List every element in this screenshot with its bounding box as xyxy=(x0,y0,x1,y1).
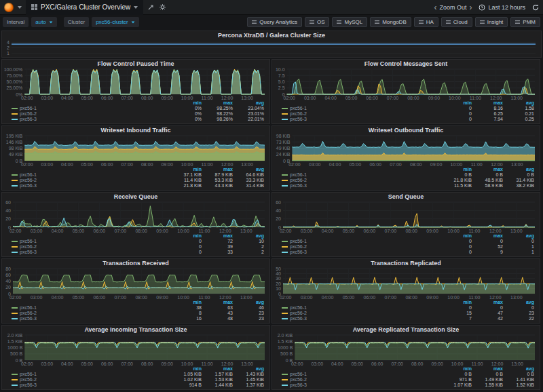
legend-header-min[interactable]: min xyxy=(441,233,472,239)
cluster-select[interactable]: pxc56-cluster xyxy=(92,17,139,27)
panel-title[interactable]: Flow Control Messages Sent xyxy=(272,60,540,67)
chevron-right-icon[interactable]: › xyxy=(469,4,472,11)
series-name[interactable]: pxc56-1 xyxy=(290,106,307,111)
share-icon[interactable] xyxy=(147,3,155,11)
series-name[interactable]: pxc56-2 xyxy=(290,377,307,383)
legend-header-min[interactable]: min xyxy=(441,100,472,106)
legend-header-max[interactable]: max xyxy=(202,366,233,372)
legend-header-max[interactable]: max xyxy=(472,366,503,372)
legend-header-max[interactable]: max xyxy=(202,233,233,239)
legend-header-avg[interactable]: avg xyxy=(503,167,534,172)
legend-header-min[interactable]: min xyxy=(170,366,202,372)
series-name[interactable]: pxc56-3 xyxy=(290,250,307,255)
grafana-logo[interactable] xyxy=(4,3,14,12)
chart[interactable]: 98 KiB73 KiB49 KiB24 KiB0 B02:0003:0004:… xyxy=(272,134,540,167)
chart[interactable]: 195 KiB146 KiB98 KiB49 KiB0 B02:0003:000… xyxy=(2,134,269,167)
nav-link-os[interactable]: OS xyxy=(305,17,330,27)
chart[interactable]: 10.07.55.02.5002:0003:0004:0005:0006:000… xyxy=(272,67,540,100)
zoom-out-button[interactable]: Zoom Out xyxy=(439,4,466,11)
series-name[interactable]: pxc56-2 xyxy=(20,244,37,250)
series-name[interactable]: pxc56-2 xyxy=(20,111,37,117)
dashboard-title-button[interactable]: PXC/Galera Cluster Overview xyxy=(26,0,143,15)
series-name[interactable]: pxc56-2 xyxy=(20,311,37,316)
chart[interactable]: 100.00%75.00%50.00%25.00%0%02:0003:0004:… xyxy=(2,67,269,100)
legend-header-max[interactable]: max xyxy=(472,167,503,172)
nav-link-query-analytics[interactable]: Query Analytics xyxy=(247,17,302,27)
series-name[interactable]: pxc56-2 xyxy=(290,244,307,250)
panel-title[interactable]: Transactions Replicated xyxy=(272,259,540,267)
legend-header-avg[interactable]: avg xyxy=(503,366,534,372)
series-name[interactable]: pxc56-2 xyxy=(290,311,307,316)
legend-header-avg[interactable]: avg xyxy=(233,366,264,372)
time-picker[interactable]: Last 12 hours xyxy=(479,4,525,11)
chevron-left-icon[interactable]: ‹ xyxy=(434,4,436,11)
series-name[interactable]: pxc56-1 xyxy=(290,305,307,311)
legend-header-max[interactable]: max xyxy=(472,233,503,239)
refresh-icon[interactable] xyxy=(532,4,539,11)
series-name[interactable]: pxc56-2 xyxy=(290,111,307,117)
series-name[interactable]: pxc56-1 xyxy=(20,239,37,244)
panel-title[interactable]: Transactions Received xyxy=(2,259,269,267)
series-name[interactable]: pxc56-1 xyxy=(290,239,307,244)
panel-title[interactable]: Average Replicated Transaction Size xyxy=(272,326,540,333)
series-name[interactable]: pxc56-2 xyxy=(20,178,37,183)
series-name[interactable]: pxc56-2 xyxy=(20,377,37,383)
legend-header-avg[interactable]: avg xyxy=(233,233,264,239)
chart[interactable]: 2.0 KiB1.5 KiB1000 B500 B0 B02:0003:0004… xyxy=(272,333,540,366)
panel-title[interactable]: Flow Control Paused Time xyxy=(2,60,269,67)
legend-header-avg[interactable]: avg xyxy=(503,100,534,106)
chart[interactable]: 604020002:0003:0004:0005:0006:0007:0008:… xyxy=(272,200,540,233)
nav-link-insight[interactable]: Insight xyxy=(475,17,508,27)
legend-header-min[interactable]: min xyxy=(441,167,472,172)
series-name[interactable]: pxc56-3 xyxy=(20,183,37,189)
panel-title[interactable]: Receive Queue xyxy=(2,193,269,200)
interval-select[interactable]: auto xyxy=(31,17,57,27)
cluster-size-chart[interactable]: 421 xyxy=(2,39,541,56)
legend-header-avg[interactable]: avg xyxy=(233,300,264,305)
org-caret-down-icon[interactable] xyxy=(18,6,22,9)
series-name[interactable]: pxc56-3 xyxy=(20,250,37,255)
legend-header-avg[interactable]: avg xyxy=(503,300,534,305)
legend-header-min[interactable]: min xyxy=(170,300,202,305)
chart[interactable]: 80604020002:0003:0004:0005:0006:0007:000… xyxy=(2,267,269,300)
nav-link-cloud[interactable]: Cloud xyxy=(441,17,472,27)
panel-title[interactable]: Percona XtraDB / Galera Cluster Size xyxy=(2,31,541,39)
series-name[interactable]: pxc56-1 xyxy=(20,372,37,377)
chart[interactable]: 5040302010002:0003:0004:0005:0006:0007:0… xyxy=(272,267,540,300)
legend-header-avg[interactable]: avg xyxy=(503,233,534,239)
nav-link-pmm[interactable]: PMM xyxy=(510,17,540,27)
series-name[interactable]: pxc56-1 xyxy=(20,106,37,111)
chart[interactable]: 2.0 KiB1.5 KiB1000 B500 B0 B02:0003:0004… xyxy=(2,333,269,366)
legend-header-min[interactable]: min xyxy=(170,167,202,172)
legend-header-avg[interactable]: avg xyxy=(233,167,264,172)
legend-header-max[interactable]: max xyxy=(202,167,233,172)
series-name[interactable]: pxc56-3 xyxy=(20,117,37,122)
series-name[interactable]: pxc56-3 xyxy=(20,383,37,388)
series-name[interactable]: pxc56-3 xyxy=(290,183,307,189)
gear-icon[interactable] xyxy=(159,3,166,11)
legend-header-min[interactable]: min xyxy=(170,233,202,239)
series-name[interactable]: pxc56-2 xyxy=(290,178,307,183)
panel-title[interactable]: Average Incoming Transaction Size xyxy=(2,326,269,333)
chart[interactable]: 604020002:0003:0004:0005:0006:0007:0008:… xyxy=(2,200,269,233)
series-name[interactable]: pxc56-3 xyxy=(290,383,307,388)
legend-header-min[interactable]: min xyxy=(170,100,202,106)
panel-title[interactable]: Writeset Inbound Traffic xyxy=(2,126,269,134)
series-name[interactable]: pxc56-1 xyxy=(290,172,307,178)
nav-link-mongodb[interactable]: MongoDB xyxy=(370,17,411,27)
series-name[interactable]: pxc56-3 xyxy=(290,316,307,321)
legend-header-max[interactable]: max xyxy=(472,300,503,305)
legend-header-max[interactable]: max xyxy=(202,300,233,305)
panel-title[interactable]: Writeset Outbound Traffic xyxy=(272,126,540,134)
legend-header-min[interactable]: min xyxy=(441,300,472,305)
panel-title[interactable]: Send Queue xyxy=(272,193,540,200)
series-name[interactable]: pxc56-1 xyxy=(20,305,37,311)
legend-header-max[interactable]: max xyxy=(202,100,233,106)
series-name[interactable]: pxc56-1 xyxy=(20,172,37,178)
legend-header-max[interactable]: max xyxy=(472,100,503,106)
legend-header-avg[interactable]: avg xyxy=(233,100,264,106)
series-name[interactable]: pxc56-3 xyxy=(290,117,307,122)
series-name[interactable]: pxc56-1 xyxy=(290,372,307,377)
series-name[interactable]: pxc56-3 xyxy=(20,316,37,321)
legend-header-min[interactable]: min xyxy=(441,366,472,372)
